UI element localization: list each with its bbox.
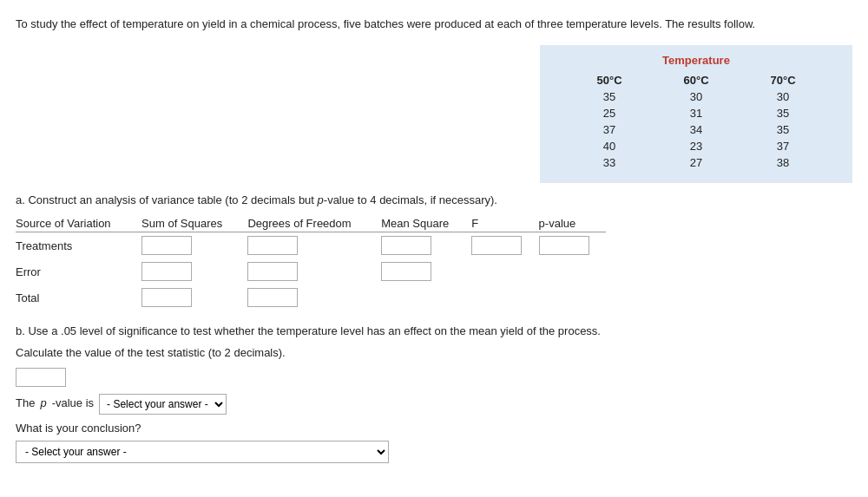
- anova-df-input[interactable]: [247, 236, 298, 255]
- anova-col-header: p-value: [539, 213, 606, 232]
- anova-ss-input[interactable]: [141, 236, 192, 255]
- intro-text: To study the effect of temperature on yi…: [16, 16, 852, 33]
- temperature-header: Temperature: [566, 54, 826, 67]
- pvalue-suffix: -value is: [52, 395, 94, 413]
- test-statistic-input[interactable]: [16, 368, 66, 387]
- conclusion-label: What is your conclusion?: [16, 420, 852, 438]
- temp-cell: 30: [653, 88, 740, 105]
- anova-table: Source of VariationSum of SquaresDegrees…: [16, 213, 606, 311]
- anova-ss-input[interactable]: [141, 288, 192, 307]
- anova-df-input[interactable]: [247, 288, 298, 307]
- temp-cell: 31: [653, 105, 740, 121]
- conclusion-select[interactable]: - Select your answer -Do not reject H0. …: [16, 441, 389, 463]
- pvalue-prefix: The: [16, 395, 35, 413]
- temp-cell: 38: [740, 154, 826, 171]
- temp-cell: 33: [566, 154, 653, 171]
- anova-col-header: Degrees of Freedom: [247, 213, 381, 232]
- anova-df-input[interactable]: [247, 262, 298, 281]
- temp-cell: 37: [566, 121, 653, 138]
- temp-cell: 25: [566, 105, 653, 121]
- temp-cell: 23: [653, 138, 740, 154]
- anova-col-header: Mean Square: [381, 213, 471, 232]
- temp-cell: 35: [740, 105, 826, 121]
- anova-f-input[interactable]: [471, 236, 522, 255]
- part-b-section: b. Use a .05 level of significance to te…: [16, 323, 852, 463]
- temp-cell: 34: [653, 121, 740, 138]
- anova-row-label: Total: [16, 284, 141, 311]
- pvalue-select[interactable]: - Select your answer -less than .01betwe…: [99, 394, 227, 415]
- temp-cell: 35: [566, 88, 653, 105]
- temp-cell: 40: [566, 138, 653, 154]
- anova-row-label: Error: [16, 258, 141, 284]
- anova-col-header: Source of Variation: [16, 213, 141, 232]
- part-a-label: a. Construct an analysis of variance tab…: [16, 192, 852, 209]
- part-b-label: b. Use a .05 level of significance to te…: [16, 323, 852, 341]
- pvalue-line: The p -value is - Select your answer -le…: [16, 394, 852, 415]
- temp-col-header: 70°C: [740, 72, 826, 88]
- calc-label: Calculate the value of the test statisti…: [16, 344, 852, 363]
- temp-cell: 30: [740, 88, 826, 105]
- temp-col-header: 50°C: [566, 72, 653, 88]
- temp-cell: 35: [740, 121, 826, 138]
- temp-col-header: 60°C: [653, 72, 740, 88]
- pvalue-italic: p: [40, 395, 46, 413]
- anova-ms-input[interactable]: [381, 262, 431, 281]
- temperature-table: Temperature 50°C60°C70°C 353030253135373…: [540, 45, 852, 183]
- temperature-panel: Temperature 50°C60°C70°C 353030253135373…: [16, 45, 852, 183]
- anova-ms-input[interactable]: [381, 236, 431, 255]
- anova-row-label: Treatments: [16, 232, 141, 259]
- anova-pval-input[interactable]: [539, 236, 589, 255]
- anova-col-header: Sum of Squares: [141, 213, 247, 232]
- anova-ss-input[interactable]: [141, 262, 192, 281]
- temp-cell: 27: [653, 154, 740, 171]
- anova-col-header: F: [471, 213, 538, 232]
- temp-cell: 37: [740, 138, 826, 154]
